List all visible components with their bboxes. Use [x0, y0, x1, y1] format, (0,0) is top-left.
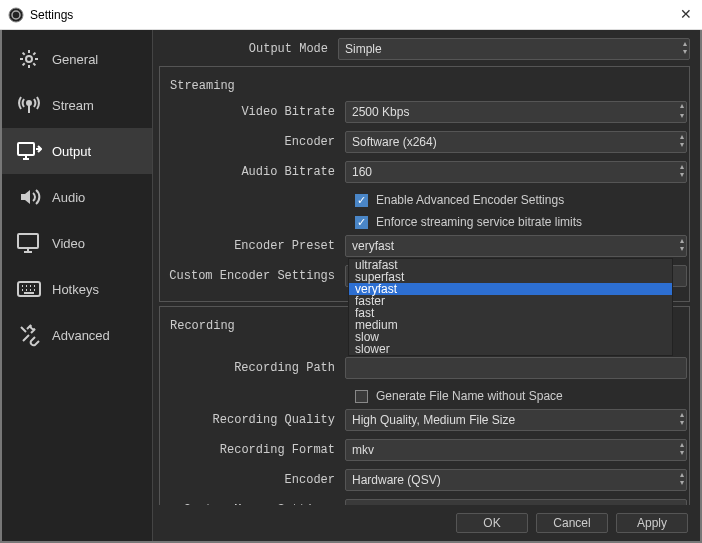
recording-encoder-label: Encoder — [160, 473, 345, 487]
keyboard-icon — [16, 276, 42, 302]
checkbox-icon[interactable] — [355, 390, 368, 403]
sidebar-item-general[interactable]: General — [2, 36, 152, 82]
sidebar-item-label: Advanced — [52, 328, 110, 343]
updown-icon: ▴▾ — [680, 411, 684, 427]
tools-icon — [16, 322, 42, 348]
recording-encoder-select[interactable]: Hardware (QSV)▴▾ — [345, 469, 687, 491]
preset-option[interactable]: slow — [349, 331, 672, 343]
preset-option[interactable]: faster — [349, 295, 672, 307]
svg-point-0 — [9, 8, 23, 22]
window-title: Settings — [30, 8, 73, 22]
apply-button[interactable]: Apply — [616, 513, 688, 533]
svg-point-2 — [26, 56, 32, 62]
updown-icon: ▴▾ — [680, 441, 684, 457]
updown-icon: ▴▾ — [683, 40, 687, 56]
enable-advanced-label: Enable Advanced Encoder Settings — [376, 193, 564, 207]
sidebar-item-label: Video — [52, 236, 85, 251]
output-icon — [16, 138, 42, 164]
updown-icon: ▴▾ — [680, 133, 684, 149]
gen-filename-label: Generate File Name without Space — [376, 389, 563, 403]
stepper-icon[interactable]: ▴▾ — [680, 101, 684, 121]
gear-icon — [16, 46, 42, 72]
output-mode-value: Simple — [345, 42, 382, 56]
audio-icon — [16, 184, 42, 210]
audio-bitrate-label: Audio Bitrate — [160, 165, 345, 179]
recording-format-value: mkv — [352, 443, 374, 457]
main-panel: Output Mode Simple▴▾ Streaming Video Bit… — [152, 30, 700, 541]
sidebar-item-audio[interactable]: Audio — [2, 174, 152, 220]
video-bitrate-label: Video Bitrate — [160, 105, 345, 119]
sidebar-item-output[interactable]: Output — [2, 128, 152, 174]
close-icon[interactable]: ✕ — [680, 6, 692, 22]
video-icon — [16, 230, 42, 256]
streaming-encoder-label: Encoder — [160, 135, 345, 149]
sidebar-item-label: General — [52, 52, 98, 67]
streaming-legend: Streaming — [166, 79, 239, 93]
recording-format-select[interactable]: mkv▴▾ — [345, 439, 687, 461]
sidebar-item-label: Stream — [52, 98, 94, 113]
sidebar-item-label: Output — [52, 144, 91, 159]
app-body: General Stream Output Audio Video Hotkey… — [0, 30, 702, 543]
sidebar-item-advanced[interactable]: Advanced — [2, 312, 152, 358]
encoder-preset-select[interactable]: veryfast▴▾ — [345, 235, 687, 257]
preset-option[interactable]: medium — [349, 319, 672, 331]
sidebar-item-hotkeys[interactable]: Hotkeys — [2, 266, 152, 312]
recording-quality-select[interactable]: High Quality, Medium File Size▴▾ — [345, 409, 687, 431]
enforce-limits-label: Enforce streaming service bitrate limits — [376, 215, 582, 229]
custom-encoder-label: Custom Encoder Settings — [160, 269, 345, 283]
updown-icon: ▴▾ — [680, 471, 684, 487]
sidebar-item-label: Audio — [52, 190, 85, 205]
checkbox-icon[interactable]: ✓ — [355, 194, 368, 207]
recording-path-label: Recording Path — [160, 361, 345, 375]
titlebar: Settings ✕ — [0, 0, 702, 30]
recording-path-input[interactable] — [345, 357, 687, 379]
output-mode-label: Output Mode — [153, 42, 338, 56]
svg-rect-4 — [18, 143, 34, 155]
recording-legend: Recording — [166, 319, 239, 333]
recording-format-label: Recording Format — [160, 443, 345, 457]
dialog-footer: OK Cancel Apply — [153, 505, 700, 541]
sidebar-item-label: Hotkeys — [52, 282, 99, 297]
preset-option[interactable]: slower — [349, 343, 672, 355]
enable-advanced-row[interactable]: ✓Enable Advanced Encoder Settings — [160, 189, 687, 211]
recording-quality-label: Recording Quality — [160, 413, 345, 427]
audio-bitrate-select[interactable]: 160▴▾ — [345, 161, 687, 183]
video-bitrate-input[interactable]: 2500 Kbps▴▾ — [345, 101, 687, 123]
broadcast-icon — [16, 92, 42, 118]
obs-logo-icon — [8, 7, 24, 23]
sidebar: General Stream Output Audio Video Hotkey… — [2, 30, 152, 541]
streaming-encoder-select[interactable]: Software (x264)▴▾ — [345, 131, 687, 153]
encoder-preset-label: Encoder Preset — [160, 239, 345, 253]
enforce-limits-row[interactable]: ✓Enforce streaming service bitrate limit… — [160, 211, 687, 233]
preset-option[interactable]: superfast — [349, 271, 672, 283]
sidebar-item-stream[interactable]: Stream — [2, 82, 152, 128]
updown-icon: ▴▾ — [680, 237, 684, 253]
gen-filename-row[interactable]: Generate File Name without Space — [160, 385, 687, 407]
output-mode-select[interactable]: Simple▴▾ — [338, 38, 690, 60]
video-bitrate-value: 2500 Kbps — [352, 105, 409, 119]
updown-icon: ▴▾ — [680, 163, 684, 179]
svg-rect-5 — [18, 234, 38, 248]
encoder-preset-value: veryfast — [352, 239, 394, 253]
svg-point-3 — [27, 101, 31, 105]
audio-bitrate-value: 160 — [352, 165, 372, 179]
preset-option[interactable]: veryfast — [349, 283, 672, 295]
recording-quality-value: High Quality, Medium File Size — [352, 413, 515, 427]
recording-encoder-value: Hardware (QSV) — [352, 473, 441, 487]
encoder-preset-dropdown[interactable]: ultrafastsuperfastveryfastfasterfastmedi… — [348, 258, 673, 356]
sidebar-item-video[interactable]: Video — [2, 220, 152, 266]
ok-button[interactable]: OK — [456, 513, 528, 533]
checkbox-icon[interactable]: ✓ — [355, 216, 368, 229]
streaming-encoder-value: Software (x264) — [352, 135, 437, 149]
cancel-button[interactable]: Cancel — [536, 513, 608, 533]
